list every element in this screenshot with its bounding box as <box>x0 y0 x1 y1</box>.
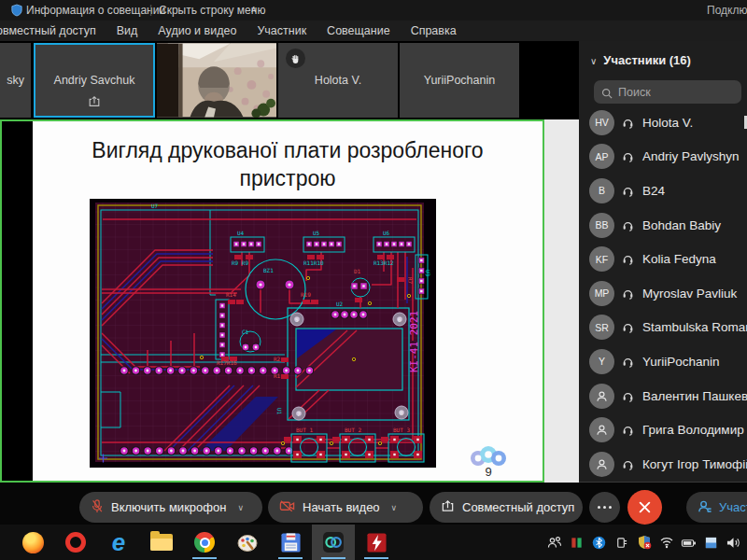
unmute-label: Включить микрофон <box>111 500 226 514</box>
participant-row[interactable]: Когут Ігор Тимофійо <box>579 447 747 482</box>
menu-item[interactable]: Вид <box>106 24 148 37</box>
avatar: SR <box>589 315 614 340</box>
participants-header[interactable]: ∨Участники (16) <box>590 53 691 67</box>
usb-device-tray-icon[interactable] <box>613 535 629 551</box>
participant-row[interactable]: BB Bohdan Babiy <box>579 208 747 243</box>
display-app-tray-icon[interactable] <box>703 535 719 551</box>
defender-alert-tray-icon[interactable] <box>636 535 652 551</box>
svg-text:U2: U2 <box>336 301 344 307</box>
chrome-taskbar-button[interactable] <box>183 525 226 560</box>
unmute-button[interactable]: Включить микрофон ∨ <box>79 492 262 523</box>
participant-row[interactable]: AP Andriy Pavlyshyn <box>579 140 747 175</box>
svg-text:BUT 3: BUT 3 <box>393 427 410 433</box>
firefox-taskbar-button[interactable] <box>11 525 54 560</box>
video-tile-webcam[interactable] <box>157 43 276 118</box>
participants-label: Участн <box>719 500 747 514</box>
svg-text:R17R16: R17R16 <box>217 359 237 366</box>
leave-meeting-button[interactable] <box>627 490 662 525</box>
svg-text:BUT 1: BUT 1 <box>296 427 313 433</box>
svg-text:R1: R1 <box>274 372 281 379</box>
participant-name: Валентин Пашкевич <box>642 389 747 403</box>
svg-text:U6: U6 <box>383 230 390 236</box>
video-tile-yurii[interactable]: YuriiPochanin <box>400 43 519 118</box>
battery-tray-icon[interactable] <box>681 535 697 551</box>
zoom-meeting-window: Информация о совещании | Скрыть строку м… <box>0 0 747 560</box>
camera-off-icon <box>279 499 295 515</box>
svg-text:5: 5 <box>295 316 299 323</box>
wifi-tray-icon[interactable] <box>658 535 674 551</box>
headset-icon <box>622 117 635 129</box>
explorer-taskbar-button[interactable] <box>140 525 183 560</box>
participant-name: Stambulska Romann <box>642 320 747 334</box>
chevron-down-icon[interactable]: ∨ <box>391 503 398 512</box>
webex-icon <box>322 531 345 553</box>
chevron-down-icon: ∨ <box>590 56 597 66</box>
participants-panel: ∨Участники (16) HV Holota V. AP Andriy P… <box>579 41 747 483</box>
svg-text:R13R12: R13R12 <box>374 259 394 266</box>
svg-text:D1: D1 <box>354 268 361 274</box>
headset-icon <box>622 253 635 265</box>
opera-taskbar-button[interactable] <box>54 525 97 560</box>
meeting-info-button[interactable]: Информация о совещании <box>26 4 165 17</box>
participant-row[interactable]: SR Stambulska Romann <box>579 311 747 345</box>
headset-icon <box>622 356 635 368</box>
svg-text:U3: U3 <box>425 270 431 277</box>
participant-row[interactable]: Y YuriiPochanin <box>579 344 747 379</box>
start-video-button[interactable]: Начать видео ∨ <box>268 492 423 523</box>
chevron-down-icon[interactable]: ∨ <box>237 503 244 512</box>
participant-row[interactable]: Валентин Пашкевич <box>579 379 747 413</box>
webex-taskbar-button[interactable] <box>312 525 355 560</box>
tile-name: Andriy Savchuk <box>54 74 135 87</box>
paint-taskbar-button[interactable] <box>226 525 269 560</box>
avatar: BB <box>589 213 614 238</box>
people-tray-icon[interactable] <box>546 535 562 551</box>
participant-row[interactable]: KF Kolia Fedyna <box>579 242 747 276</box>
share-screen-icon <box>441 499 455 515</box>
more-options-button[interactable] <box>589 492 620 523</box>
meeting-toolbar: Включить микрофон ∨ Начать видео ∨ Совме… <box>0 483 747 525</box>
person-avatar-icon <box>589 452 614 477</box>
participant-name: YuriiPochanin <box>642 355 720 369</box>
video-tile-holota[interactable]: Holota V. <box>278 43 398 118</box>
participant-row[interactable]: B B24 <box>579 174 747 208</box>
connect-button[interactable]: Подключ <box>707 4 747 17</box>
app-bars-tray-icon[interactable] <box>569 535 585 551</box>
menu-item[interactable]: Аудио и видео <box>148 24 247 37</box>
participant-row[interactable]: MP Myroslav Pavliuk <box>579 276 747 311</box>
edge-taskbar-button[interactable]: e <box>97 525 140 560</box>
svg-text:U1: U1 <box>276 408 283 415</box>
presentation-slide: Вигляд друкованої плати розробленого при… <box>33 121 543 481</box>
start-video-label: Начать видео <box>303 500 380 514</box>
participant-name: Kolia Fedyna <box>642 252 716 266</box>
floppy-app-taskbar-button[interactable] <box>269 525 312 560</box>
participants-icon <box>698 499 712 516</box>
participants-button[interactable]: Участн <box>686 492 747 523</box>
menu-item[interactable]: Участник <box>247 24 317 37</box>
bluetooth-tray-icon[interactable] <box>591 535 607 551</box>
participant-row[interactable]: Грига Володимир <box>579 413 747 447</box>
menu-item[interactable]: Справка <box>401 24 467 37</box>
menu-item[interactable]: Совместный доступ <box>0 24 106 37</box>
tile-name: Holota V. <box>315 74 361 87</box>
menu-item[interactable]: Совещание <box>317 24 401 37</box>
webcam-video <box>157 43 276 118</box>
participant-name: Andriy Pavlyshyn <box>642 149 740 163</box>
headset-icon <box>622 150 635 162</box>
svg-text:BUT 2: BUT 2 <box>345 427 361 433</box>
svg-text:R2: R2 <box>274 356 281 362</box>
video-tile-partial[interactable]: sky <box>0 43 31 118</box>
svg-text:R14: R14 <box>226 291 236 298</box>
speaker-tray-icon[interactable] <box>726 535 741 551</box>
windows-taskbar: e <box>0 525 747 560</box>
share-screen-button[interactable]: Совместный доступ <box>430 492 583 523</box>
explorer-icon <box>150 531 173 553</box>
search-input[interactable] <box>594 80 741 104</box>
power-app-taskbar-button[interactable] <box>355 525 398 560</box>
headset-icon <box>622 287 635 300</box>
video-tile-andriy-savchuk[interactable]: Andriy Savchuk <box>34 43 155 118</box>
headset-icon <box>622 219 635 231</box>
headset-icon <box>622 321 635 333</box>
paint-icon <box>236 531 259 553</box>
mic-off-icon <box>91 498 104 517</box>
participant-row[interactable]: HV Holota V. <box>579 105 747 140</box>
